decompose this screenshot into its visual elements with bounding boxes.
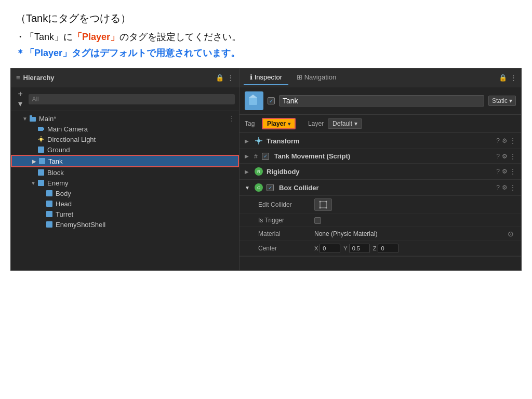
bullet-highlight: 「Player」: [73, 32, 119, 42]
center-xyz-fields: X Y Z: [314, 244, 398, 253]
center-x-input[interactable]: [320, 244, 340, 253]
enemy-label: Enemy: [47, 179, 68, 187]
add-button[interactable]: + ▾: [15, 89, 25, 109]
layer-dropdown[interactable]: Default ▾: [328, 118, 362, 129]
object-name-input[interactable]: [279, 95, 484, 107]
head-icon: [45, 200, 54, 208]
ground-icon: [37, 145, 45, 154]
body-label: Body: [56, 190, 71, 197]
box-collider-header-row[interactable]: ▼ C Box Collider ? ⚙ ⋮: [240, 180, 521, 196]
hierarchy-item-ground[interactable]: ▶ Ground: [11, 144, 239, 155]
center-field: Center X Y Z: [240, 241, 521, 256]
more-icon: ⋮: [227, 74, 234, 82]
svg-point-26: [320, 201, 321, 203]
tag-value: Player: [267, 120, 286, 127]
block-label: Block: [47, 169, 64, 177]
instruction-note: ＊「Player」タグはデフォルトで用意されています。: [16, 45, 516, 61]
bullet-plain1: 「Tank」に: [25, 32, 73, 42]
svg-rect-10: [39, 158, 45, 164]
svg-rect-11: [38, 169, 44, 176]
inspector-lock-icon: 🔒: [499, 74, 507, 82]
main-label: Main*: [39, 115, 56, 123]
unity-editor: ≡ Hierarchy 🔒 ⋮ + ▾ ▼ Main* ⋮: [10, 68, 522, 271]
static-button[interactable]: Static ▾: [488, 96, 516, 106]
hierarchy-item-body[interactable]: ▶ Body: [11, 188, 239, 198]
layer-label: Layer: [308, 120, 324, 127]
collider-menu-icon[interactable]: ⋮: [510, 184, 516, 191]
center-label: Center: [258, 245, 310, 252]
script-menu-icon[interactable]: ⋮: [510, 153, 516, 160]
center-y-field: Y: [343, 244, 369, 253]
hierarchy-item-main[interactable]: ▼ Main* ⋮: [11, 113, 239, 124]
layer-dropdown-arrow-icon: ▾: [354, 120, 357, 127]
hierarchy-item-tank[interactable]: ▶ Tank: [11, 155, 239, 167]
search-input[interactable]: [29, 94, 235, 104]
head-label: Head: [56, 200, 72, 208]
tab-navigation[interactable]: ⊞ Navigation: [290, 70, 342, 85]
inspector-panel: ℹ Inspector ⊞ Navigation 🔒 ⋮: [240, 69, 521, 270]
scene-icon: [29, 114, 37, 123]
transform-arrow-icon: ▶: [245, 138, 251, 144]
transform-help-icon[interactable]: ?: [496, 137, 500, 144]
svg-point-29: [326, 207, 327, 209]
material-field: Material None (Physic Material) ⊙: [240, 227, 521, 241]
is-trigger-field: Is Trigger: [240, 214, 521, 227]
tabs-left: ℹ Inspector ⊞ Navigation: [244, 70, 342, 85]
hierarchy-item-directional-light[interactable]: ▶ Directional Light: [11, 134, 239, 144]
rigidbody-controls: ? ⚙ ⋮: [496, 168, 516, 175]
enemy-shot-shell-label: EnemyShotShell: [56, 221, 105, 229]
hierarchy-item-enemy[interactable]: ▼ Enemy: [11, 178, 239, 188]
hierarchy-item-enemy-shot-shell[interactable]: ▶ EnemyShotShell: [11, 219, 239, 230]
script-arrow-icon: ▶: [245, 153, 251, 159]
script-checkbox[interactable]: [262, 153, 269, 160]
hierarchy-item-main-camera[interactable]: ▶ Main Camera: [11, 124, 239, 134]
tag-dropdown[interactable]: Player ▾: [262, 118, 296, 129]
rigidbody-menu-icon[interactable]: ⋮: [510, 168, 516, 175]
instruction-title: （Tankにタグをつける）: [16, 9, 516, 27]
hierarchy-item-head[interactable]: ▶ Head: [11, 198, 239, 209]
svg-marker-18: [249, 95, 257, 98]
svg-marker-3: [43, 127, 44, 130]
script-hash-icon: #: [254, 153, 258, 160]
material-target-icon[interactable]: ⊙: [508, 230, 514, 238]
hierarchy-search-bar: + ▾: [11, 87, 239, 111]
center-x-field: X: [314, 244, 340, 253]
svg-point-20: [257, 139, 260, 142]
is-trigger-checkbox[interactable]: [314, 217, 321, 224]
rigidbody-help-icon[interactable]: ?: [496, 168, 500, 175]
main-more-btn[interactable]: ⋮: [229, 115, 235, 122]
static-label: Static: [492, 97, 508, 104]
lock-icon: 🔒: [216, 74, 224, 82]
tab-inspector[interactable]: ℹ Inspector: [244, 70, 288, 85]
inspector-tab-label: Inspector: [255, 73, 282, 81]
object-active-checkbox[interactable]: [268, 97, 275, 104]
center-z-input[interactable]: [378, 244, 398, 253]
hierarchy-item-turret[interactable]: ▶ Turret: [11, 209, 239, 219]
collider-help-icon[interactable]: ?: [496, 184, 500, 191]
component-rigidbody[interactable]: ▶ R Rigidbody ? ⚙ ⋮: [240, 164, 521, 180]
transform-settings-icon[interactable]: ⚙: [502, 137, 508, 144]
turret-label: Turret: [56, 210, 73, 218]
rigidbody-label: Rigidbody: [267, 168, 493, 176]
component-transform[interactable]: ▶ Transform ? ⚙ ⋮: [240, 133, 521, 149]
collider-arrow-icon: ▼: [245, 185, 251, 191]
collider-settings-icon[interactable]: ⚙: [502, 184, 508, 191]
arrow-main: ▼: [21, 115, 29, 122]
component-tank-movement[interactable]: ▶ # Tank Movement (Script) ? ⚙ ⋮: [240, 149, 521, 164]
center-z-field: Z: [373, 244, 399, 253]
edit-collider-button[interactable]: [314, 198, 332, 211]
script-help-icon[interactable]: ?: [496, 153, 500, 160]
collider-checkbox[interactable]: [267, 184, 274, 191]
transform-menu-icon[interactable]: ⋮: [510, 137, 516, 144]
edit-collider-label: Edit Collider: [258, 201, 310, 208]
rigidbody-arrow-icon: ▶: [245, 169, 251, 175]
center-y-label: Y: [343, 245, 347, 251]
hierarchy-item-block[interactable]: ▶ Block: [11, 167, 239, 178]
center-y-input[interactable]: [349, 244, 370, 253]
svg-rect-25: [320, 202, 326, 208]
camera-icon: [37, 125, 45, 133]
inspector-panel-icons: 🔒 ⋮: [499, 74, 517, 82]
script-settings-icon[interactable]: ⚙: [502, 153, 508, 160]
arrow-tank: ▶: [31, 157, 38, 165]
rigidbody-settings-icon[interactable]: ⚙: [502, 168, 508, 175]
